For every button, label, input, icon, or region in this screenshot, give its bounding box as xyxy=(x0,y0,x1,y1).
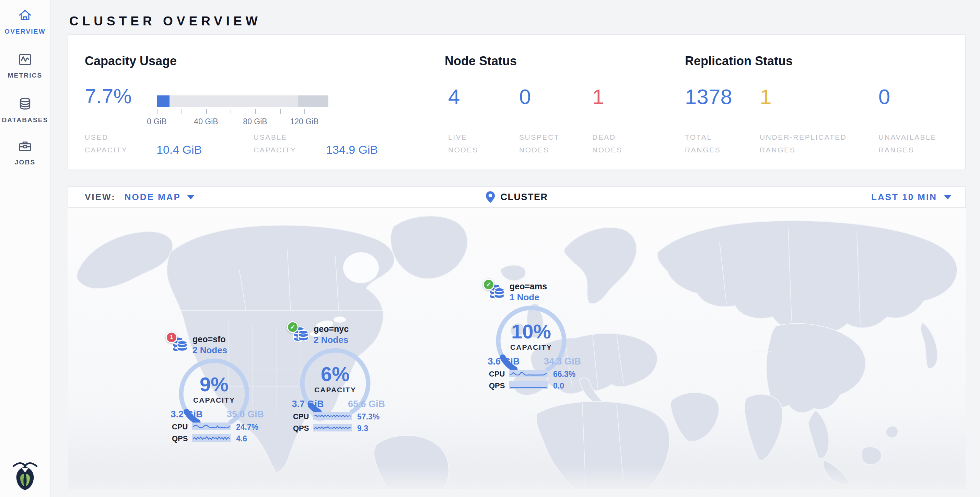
qps-sparkline xyxy=(313,424,352,432)
qps-label: QPS xyxy=(293,424,309,433)
locality-marker[interactable]: 1 geo=sfo 2 Nodes 9% CAPACITY 3.2 GiB 35… xyxy=(162,327,272,446)
qps-label: QPS xyxy=(489,381,505,390)
qps-value: 4.6 xyxy=(236,434,247,443)
capacity-axis: 0 GiB40 GiB80 GiB120 GiB xyxy=(157,109,328,133)
capacity-axis-label: 0 GiB xyxy=(147,117,167,126)
locality-name: geo=ams xyxy=(509,282,547,292)
live-nodes-label: LIVENODES xyxy=(448,131,478,156)
qps-metric-row: QPS 0.0 xyxy=(479,381,589,390)
sidebar-item-label: DATABASES xyxy=(2,116,48,124)
capacity-axis-tick xyxy=(231,109,231,114)
locality-node-count: 2 Nodes xyxy=(313,335,348,345)
metrics-icon xyxy=(17,51,33,67)
chevron-down-icon xyxy=(187,195,194,199)
node-status-heading: Node Status xyxy=(445,54,517,68)
unavailable-ranges-count: 0 xyxy=(878,86,890,107)
under-replicated-ranges-count: 1 xyxy=(760,86,772,107)
locality-marker[interactable]: ✓ geo=nyc 2 Nodes 6% CAPACITY 3.7 GiB 65… xyxy=(283,317,393,436)
capacity-axis-tick xyxy=(304,109,305,114)
capacity-bar xyxy=(157,96,328,107)
summary-card: Capacity Usage 7.7% 0 GiB40 GiB80 GiB120… xyxy=(68,34,966,170)
status-badge: ✓ xyxy=(287,321,299,333)
capacity-bar-fill xyxy=(157,96,170,107)
live-nodes-count: 4 xyxy=(448,86,460,107)
cpu-metric-row: CPU 66.3% xyxy=(479,369,589,379)
sidebar-item-label: METRICS xyxy=(8,72,43,79)
capacity-percent: 7.7% xyxy=(85,86,132,107)
capacity-axis-label: 80 GiB xyxy=(243,117,267,126)
capacity-axis-tick xyxy=(181,109,182,114)
locality-used-capacity: 3.7 GiB xyxy=(285,399,331,409)
qps-value: 0.0 xyxy=(553,381,564,390)
sidebar-item-jobs[interactable]: JOBS xyxy=(0,138,50,166)
capacity-arc-label: CAPACITY xyxy=(299,386,371,394)
capacity-bar-reserved xyxy=(298,96,328,107)
map-pin-icon xyxy=(485,191,495,203)
cpu-value: 57.3% xyxy=(357,412,380,422)
home-icon xyxy=(17,8,33,23)
capacity-axis-tick xyxy=(206,109,207,114)
suspect-nodes-label: SUSPECTNODES xyxy=(519,131,559,156)
sidebar: OVERVIEW METRICS DATABASES JOBS xyxy=(0,0,51,497)
dead-nodes-count: 1 xyxy=(592,86,604,107)
capacity-axis-label: 120 GiB xyxy=(290,117,318,126)
breadcrumb-label: CLUSTER xyxy=(501,192,548,202)
under-replicated-ranges-label: UNDER-REPLICATEDRANGES xyxy=(760,131,847,156)
locality-total-capacity: 65.6 GiB xyxy=(342,399,390,409)
qps-label: QPS xyxy=(172,434,188,443)
sidebar-item-metrics[interactable]: METRICS xyxy=(0,51,50,79)
cpu-sparkline xyxy=(313,412,352,420)
cpu-label: CPU xyxy=(489,370,505,379)
cpu-metric-row: CPU 24.7% xyxy=(162,422,272,432)
cpu-metric-row: CPU 57.3% xyxy=(283,411,393,421)
total-ranges-count: 1378 xyxy=(685,86,732,107)
capacity-usage-heading: Capacity Usage xyxy=(85,54,177,68)
capacity-arc-percent: 10% xyxy=(495,320,567,343)
capacity-axis-label: 40 GiB xyxy=(194,117,218,126)
unavailable-ranges-label: UNAVAILABLERANGES xyxy=(878,131,936,156)
view-label: VIEW: xyxy=(85,192,116,202)
sidebar-item-label: OVERVIEW xyxy=(5,28,46,35)
locality-total-capacity: 35.0 GiB xyxy=(221,409,269,420)
capacity-axis-tick xyxy=(157,109,158,114)
qps-sparkline xyxy=(509,381,548,389)
sidebar-item-label: JOBS xyxy=(15,159,36,166)
view-bar: VIEW: NODE MAP CLUSTER LAST 10 MIN xyxy=(68,186,966,208)
usable-capacity-label: USABLECAPACITY xyxy=(254,131,296,156)
sidebar-item-databases[interactable]: DATABASES xyxy=(0,96,50,124)
cockroachdb-logo xyxy=(12,458,38,492)
suspect-nodes-count: 0 xyxy=(519,86,531,107)
locality-total-capacity: 34.3 GiB xyxy=(538,356,586,367)
status-badge: 1 xyxy=(166,331,177,343)
capacity-axis-tick xyxy=(280,109,281,114)
locality-node-count: 1 Node xyxy=(509,292,539,303)
used-capacity-label: USEDCAPACITY xyxy=(85,131,127,156)
locality-marker[interactable]: ✓ geo=ams 1 Node 10% CAPACITY 3.6 GiB 34… xyxy=(479,274,589,393)
total-ranges-label: TOTALRANGES xyxy=(685,131,721,156)
cpu-sparkline xyxy=(509,370,548,377)
qps-metric-row: QPS 4.6 xyxy=(162,433,272,443)
capacity-axis-tick xyxy=(255,109,256,114)
jobs-icon xyxy=(17,138,33,154)
main-content: CLUSTER OVERVIEW Capacity Usage 7.7% 0 G… xyxy=(50,0,980,497)
databases-icon xyxy=(17,96,33,112)
dead-nodes-label: DEADNODES xyxy=(592,131,622,156)
capacity-arc-label: CAPACITY xyxy=(495,343,567,352)
locality-name: geo=nyc xyxy=(313,324,348,334)
locality-breadcrumb[interactable]: CLUSTER xyxy=(485,191,548,203)
status-badge: ✓ xyxy=(483,279,495,290)
cpu-value: 66.3% xyxy=(553,370,576,379)
cluster-overview-page: OVERVIEW METRICS DATABASES JOBS CLUSTER … xyxy=(0,0,980,497)
capacity-arc-percent: 9% xyxy=(178,373,250,396)
cpu-sparkline xyxy=(192,422,231,430)
sidebar-item-overview[interactable]: OVERVIEW xyxy=(0,8,50,35)
usable-capacity-value: 134.9 GiB xyxy=(326,143,378,156)
cpu-label: CPU xyxy=(172,422,188,432)
node-map: 1 geo=sfo 2 Nodes 9% CAPACITY 3.2 GiB 35… xyxy=(68,208,966,489)
page-title: CLUSTER OVERVIEW xyxy=(69,14,261,29)
locality-used-capacity: 3.6 GiB xyxy=(481,356,527,367)
time-range-dropdown[interactable]: LAST 10 MIN xyxy=(871,192,951,202)
view-selector-dropdown[interactable]: NODE MAP xyxy=(124,192,194,202)
locality-node-count: 2 Nodes xyxy=(192,345,227,355)
cpu-value: 24.7% xyxy=(236,422,258,432)
